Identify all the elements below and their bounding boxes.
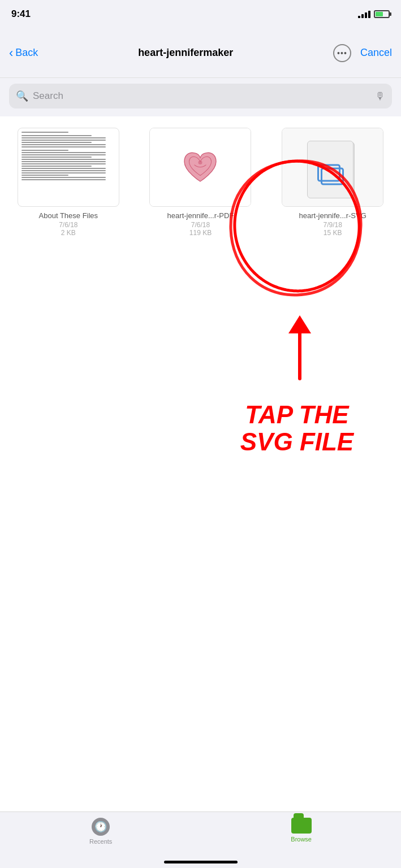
- tab-recents-label: Recents: [89, 838, 112, 845]
- back-button[interactable]: ‹ Back: [9, 46, 38, 60]
- file-thumbnail-text: [18, 128, 119, 207]
- text-preview: [18, 128, 119, 206]
- file-thumbnail-svg: [282, 128, 383, 207]
- heart-pdf-preview: [150, 128, 251, 206]
- status-time: 9:41: [11, 8, 31, 20]
- svg-file-preview: [282, 128, 383, 206]
- status-icons: [358, 10, 390, 18]
- search-bar-container: 🔍 Search 🎙: [0, 78, 401, 116]
- ellipsis-icon: •••: [337, 49, 347, 58]
- file-date: 7/9/18: [323, 221, 342, 229]
- more-button[interactable]: •••: [333, 44, 351, 62]
- nav-right: ••• Cancel: [333, 44, 392, 62]
- chevron-left-icon: ‹: [9, 46, 13, 60]
- file-name: About These Files: [39, 211, 98, 220]
- battery-icon: [374, 10, 390, 18]
- file-size: 15 KB: [324, 229, 342, 237]
- browse-icon: [291, 818, 312, 834]
- file-date: 7/6/18: [191, 221, 210, 229]
- file-name: heart-jennife...r-PDF: [167, 211, 234, 220]
- search-icon: 🔍: [16, 90, 28, 102]
- list-item[interactable]: heart-jennife...r-SVG 7/9/18 15 KB: [273, 128, 392, 237]
- tab-bar: 🕐 Recents Browse: [0, 811, 401, 868]
- clock-icon: 🕐: [94, 821, 107, 833]
- list-item[interactable]: About These Files 7/6/18 2 KB: [9, 128, 128, 237]
- tab-browse[interactable]: Browse: [291, 818, 312, 843]
- microphone-icon[interactable]: 🎙: [375, 90, 385, 102]
- content-spacer: [0, 248, 401, 700]
- file-date: 7/6/18: [59, 221, 77, 229]
- list-item[interactable]: heart-jennife...r-PDF 7/6/18 119 KB: [141, 128, 260, 237]
- signal-icon: [358, 11, 370, 18]
- file-size: 119 KB: [189, 229, 212, 237]
- recents-icon: 🕐: [92, 818, 110, 836]
- svg-file-icon: [317, 162, 348, 187]
- tab-browse-label: Browse: [291, 836, 312, 843]
- heart-svg-icon: [180, 149, 220, 186]
- status-bar: 9:41: [0, 0, 401, 28]
- nav-title: heart-jennifermaker: [138, 47, 233, 59]
- file-size: 2 KB: [61, 229, 76, 237]
- file-thumbnail-pdf: [149, 128, 251, 207]
- svg-point-0: [199, 160, 202, 164]
- cancel-button[interactable]: Cancel: [360, 47, 392, 59]
- search-bar[interactable]: 🔍 Search 🎙: [9, 84, 392, 108]
- file-name: heart-jennife...r-SVG: [299, 211, 366, 220]
- nav-bar: ‹ Back heart-jennifermaker ••• Cancel: [0, 28, 401, 78]
- file-icon-wrapper: [307, 136, 358, 198]
- tab-recents[interactable]: 🕐 Recents: [89, 818, 112, 845]
- back-label: Back: [15, 47, 38, 59]
- files-grid: About These Files 7/6/18 2 KB heart-jenn…: [0, 116, 401, 248]
- home-indicator: [164, 861, 238, 863]
- search-input[interactable]: Search: [33, 90, 370, 102]
